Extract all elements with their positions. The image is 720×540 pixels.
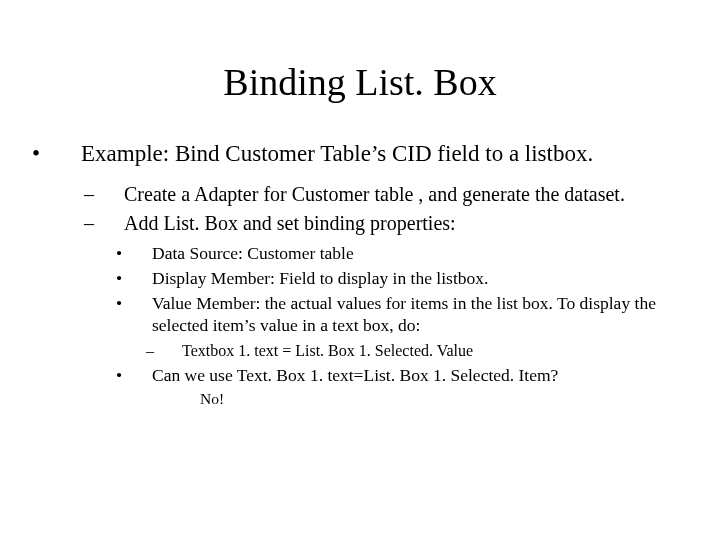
bullet-text: No! xyxy=(200,390,224,407)
bullet-text: Create a Adapter for Customer table , an… xyxy=(124,183,625,205)
list-item: Textbox 1. text = List. Box 1. Selected.… xyxy=(164,341,670,362)
bullet-list-l5: No! xyxy=(50,389,670,409)
bullet-text: Can we use Text. Box 1. text=List. Box 1… xyxy=(152,365,558,385)
bullet-text: Display Member: Field to display in the … xyxy=(152,268,488,288)
bullet-text: Add List. Box and set binding properties… xyxy=(124,212,456,234)
bullet-list-l2: Create a Adapter for Customer table , an… xyxy=(50,182,670,236)
list-item: Value Member: the actual values for item… xyxy=(134,292,670,338)
bullet-text: Example: Bind Customer Table’s CID field… xyxy=(81,141,593,166)
list-item: No! xyxy=(200,389,670,409)
bullet-list-l3b: Can we use Text. Box 1. text=List. Box 1… xyxy=(50,364,670,387)
bullet-list-l4: Textbox 1. text = List. Box 1. Selected.… xyxy=(50,341,670,362)
list-item: Example: Bind Customer Table’s CID field… xyxy=(50,140,670,168)
list-item: Data Source: Customer table xyxy=(134,242,670,265)
list-item: Display Member: Field to display in the … xyxy=(134,267,670,290)
list-item: Can we use Text. Box 1. text=List. Box 1… xyxy=(134,364,670,387)
list-item: Create a Adapter for Customer table , an… xyxy=(104,182,670,207)
bullet-text: Data Source: Customer table xyxy=(152,243,354,263)
slide: Binding List. Box Example: Bind Customer… xyxy=(0,0,720,540)
list-item: Add List. Box and set binding properties… xyxy=(104,211,670,236)
slide-title: Binding List. Box xyxy=(50,60,670,104)
bullet-text: Value Member: the actual values for item… xyxy=(152,293,656,336)
bullet-text: Textbox 1. text = List. Box 1. Selected.… xyxy=(182,342,473,359)
bullet-list-l3: Data Source: Customer table Display Memb… xyxy=(50,242,670,337)
bullet-list-l1: Example: Bind Customer Table’s CID field… xyxy=(50,140,670,168)
